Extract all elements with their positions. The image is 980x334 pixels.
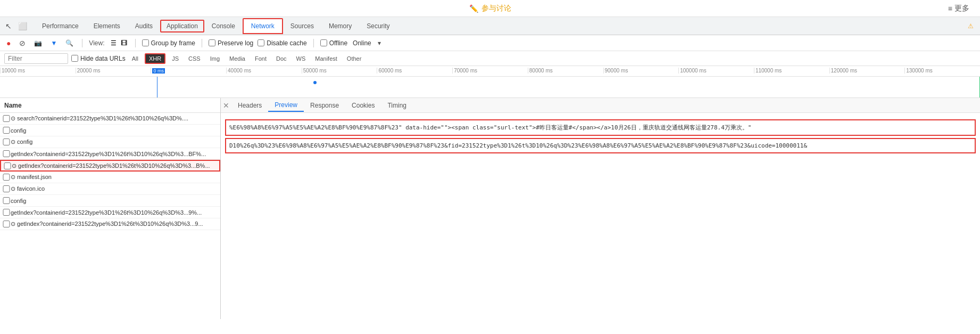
row-checkbox-6[interactable]: [2, 185, 11, 192]
disable-cache-input[interactable]: [258, 39, 264, 46]
type-doc[interactable]: Doc: [273, 54, 290, 63]
separator-4: [313, 39, 314, 47]
tab-memory[interactable]: Memory: [321, 19, 359, 33]
tick-10: 110000 ms: [754, 68, 829, 74]
response-text-top: %E6%98%A8%E6%97%A5%E5%AE%A2%E8%BF%90%E9%…: [225, 119, 976, 136]
top-banner: ✏️ 参与讨论 ≡ 更多: [0, 0, 980, 17]
request-row[interactable]: config: [0, 195, 220, 207]
type-img[interactable]: Img: [207, 54, 223, 63]
row-checkbox-5[interactable]: [2, 174, 11, 181]
type-js[interactable]: JS: [169, 54, 182, 63]
search-button[interactable]: 🔍: [63, 38, 76, 48]
row-name-4: ⊙ getIndex?containerid=231522type%3D1%26…: [12, 162, 217, 169]
detail-content: %E6%98%A8%E6%97%A5%E5%AE%A2%E8%BF%90%E9%…: [221, 113, 980, 319]
hide-data-urls-checkbox[interactable]: Hide data URLs: [71, 55, 126, 62]
tick-8: 90000 ms: [603, 68, 679, 74]
detail-tab-response[interactable]: Response: [304, 100, 345, 111]
disable-cache-checkbox[interactable]: Disable cache: [258, 39, 306, 47]
type-font[interactable]: Font: [252, 54, 270, 63]
row-checkbox-0[interactable]: [2, 115, 11, 122]
online-dropdown[interactable]: ▾: [376, 38, 383, 48]
cursor-icon[interactable]: ↖: [4, 21, 13, 31]
hide-data-urls-input[interactable]: [71, 55, 78, 62]
row-checkbox-8[interactable]: [2, 209, 11, 216]
row-name-1: config: [11, 127, 218, 134]
request-row[interactable]: getIndex?containerid=231522type%3D1%26t%…: [0, 148, 220, 160]
row-checkbox-2[interactable]: [2, 139, 11, 145]
offline-label: Offline: [329, 39, 347, 47]
request-row[interactable]: ⊙ search?containerid=231522type%3D1%26t%…: [0, 113, 220, 125]
type-css[interactable]: CSS: [185, 54, 204, 63]
request-row[interactable]: ⊙ config: [0, 136, 220, 148]
request-row[interactable]: ⊙ favicon.ico: [0, 183, 220, 195]
banner-right-text: 更多: [954, 4, 969, 13]
request-row[interactable]: config: [0, 125, 220, 136]
detail-tab-headers[interactable]: Headers: [231, 100, 268, 111]
offline-checkbox[interactable]: Offline: [320, 39, 347, 47]
row-checkbox-9[interactable]: [2, 221, 11, 227]
group-by-frame-checkbox[interactable]: Group by frame: [142, 39, 195, 47]
row-name-6: ⊙ favicon.ico: [11, 185, 218, 192]
filter-input[interactable]: [4, 53, 68, 64]
record-button[interactable]: ●: [4, 38, 13, 48]
tick-9: 100000 ms: [678, 68, 754, 74]
row-checkbox-1[interactable]: [2, 127, 11, 134]
row-checkbox-7[interactable]: [2, 197, 11, 204]
tab-network[interactable]: Network: [243, 18, 283, 34]
view-label: View:: [89, 39, 104, 47]
row-checkbox-3[interactable]: [2, 150, 11, 157]
request-row[interactable]: ⊙ getIndex?containerid=231522type%3D1%26…: [0, 218, 220, 230]
group-by-frame-input[interactable]: [142, 39, 149, 46]
preserve-log-checkbox[interactable]: Preserve log: [209, 39, 253, 47]
inspect-icon[interactable]: ⬜: [17, 21, 28, 31]
type-media[interactable]: Media: [226, 54, 248, 63]
timeline-ruler: 10000 ms 20000 ms 0 ms 40000 ms 50000 ms…: [0, 66, 980, 77]
type-other[interactable]: Other: [344, 54, 365, 63]
request-list-panel: Name ⊙ search?containerid=231522type%3D1…: [0, 98, 221, 319]
warning-icon: ⚠: [968, 22, 974, 30]
banner-right[interactable]: ≡ 更多: [948, 4, 969, 13]
type-ws[interactable]: WS: [293, 54, 309, 63]
timeline-chart: [0, 77, 980, 98]
filter-button[interactable]: ▼: [48, 38, 59, 48]
detail-close-button[interactable]: ✕: [223, 101, 229, 110]
request-row[interactable]: ⊙ manifest.json: [0, 172, 220, 183]
request-row[interactable]: getIndex?containerid=231522type%3D1%26t%…: [0, 207, 220, 218]
detail-tab-cookies[interactable]: Cookies: [345, 100, 381, 111]
detail-tab-timing[interactable]: Timing: [381, 100, 413, 111]
offline-input[interactable]: [320, 39, 327, 46]
row-checkbox-4[interactable]: [3, 162, 12, 169]
timeline-marker: [157, 77, 157, 98]
tab-audits[interactable]: Audits: [128, 19, 160, 33]
row-name-2: ⊙ config: [11, 139, 218, 145]
main-area: Name ⊙ search?containerid=231522type%3D1…: [0, 98, 980, 319]
stop-button[interactable]: ⊘: [17, 38, 28, 48]
tab-security[interactable]: Security: [359, 19, 397, 33]
tick-5: 60000 ms: [377, 68, 452, 74]
tab-performance[interactable]: Performance: [35, 19, 86, 33]
screenshot-view-button[interactable]: 🎞: [119, 38, 129, 48]
type-xhr[interactable]: XHR: [145, 53, 165, 64]
separator-2: [135, 39, 136, 47]
disable-cache-label: Disable cache: [267, 39, 306, 47]
camera-button[interactable]: 📷: [32, 38, 44, 48]
preserve-log-input[interactable]: [209, 39, 215, 46]
devtools-action-icons: ↖ ⬜: [4, 21, 28, 31]
row-name-0: ⊙ search?containerid=231522type%3D1%26t%…: [11, 115, 218, 122]
network-toolbar: ● ⊘ 📷 ▼ 🔍 View: ☰ 🎞 Group by frame Prese…: [0, 35, 980, 51]
detail-tab-preview[interactable]: Preview: [268, 99, 304, 112]
tick-12: 130000 ms: [904, 68, 980, 74]
detail-panel: ✕ Headers Preview Response Cookies Timin…: [221, 98, 980, 319]
timeline-dot: [313, 81, 317, 84]
tab-application[interactable]: Application: [160, 20, 204, 32]
list-view-button[interactable]: ☰: [109, 38, 118, 48]
tab-console[interactable]: Console: [204, 19, 243, 33]
group-by-frame-label: Group by frame: [151, 39, 195, 47]
tick-6: 70000 ms: [452, 68, 528, 74]
view-icons: ☰ 🎞: [109, 38, 129, 48]
tab-sources[interactable]: Sources: [283, 19, 321, 33]
request-row-highlighted[interactable]: ⊙ getIndex?containerid=231522type%3D1%26…: [0, 160, 220, 172]
type-manifest[interactable]: Manifest: [312, 54, 340, 63]
tab-elements[interactable]: Elements: [86, 19, 128, 33]
type-all[interactable]: All: [129, 54, 142, 63]
